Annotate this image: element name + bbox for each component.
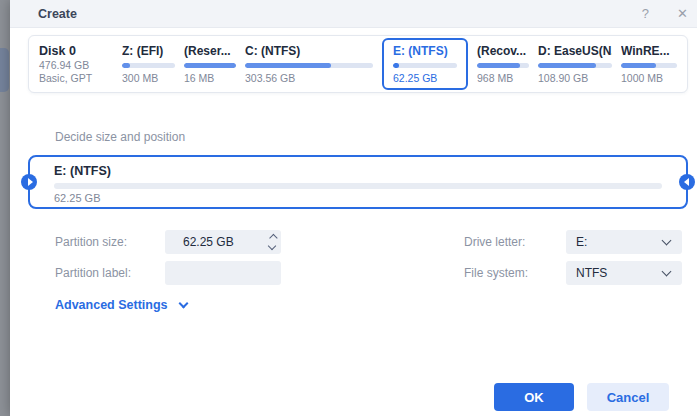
advanced-settings-label: Advanced Settings bbox=[55, 298, 168, 312]
chevron-down-icon bbox=[662, 236, 672, 246]
close-icon[interactable]: ✕ bbox=[673, 5, 692, 22]
stepper-down-icon[interactable] bbox=[268, 242, 276, 250]
partition-usage-bar bbox=[393, 63, 457, 68]
partition-usage-fill bbox=[245, 63, 331, 68]
partition-resize-box: E: (NTFS) 62.25 GB bbox=[28, 155, 688, 209]
dialog-titlebar: Create ? ✕ bbox=[10, 0, 697, 28]
partition-size: 62.25 GB bbox=[393, 72, 457, 84]
partition-reserved[interactable]: (Reser... 16 MB bbox=[184, 44, 236, 84]
partition-label: D: EaseUS(N... bbox=[538, 44, 612, 58]
partition-z-efi[interactable]: Z: (EFI) 300 MB bbox=[122, 44, 175, 84]
partition-label-field bbox=[165, 261, 281, 285]
partition-usage-fill bbox=[393, 63, 399, 68]
background-app-pill bbox=[0, 48, 9, 92]
partition-label-input[interactable] bbox=[165, 261, 281, 285]
partition-usage-bar bbox=[538, 63, 612, 68]
partition-usage-bar bbox=[621, 63, 677, 68]
partition-size-field bbox=[165, 230, 281, 254]
chevron-down-icon bbox=[178, 299, 188, 309]
titlebar-icons: ? ✕ bbox=[638, 5, 692, 22]
partition-size-input[interactable] bbox=[165, 230, 281, 254]
partition-e-ntfs-selected[interactable]: E: (NTFS) 62.25 GB bbox=[382, 38, 468, 90]
disk-map-panel: Disk 0 476.94 GB Basic, GPT Z: (EFI) 300… bbox=[28, 35, 688, 93]
partition-label: C: (NTFS) bbox=[245, 44, 373, 58]
background-app-left-edge bbox=[0, 0, 10, 416]
handle-arrow-icon bbox=[684, 178, 689, 186]
partition-size-stepper bbox=[269, 230, 275, 254]
partition-label: (Recov... bbox=[477, 44, 529, 58]
help-icon[interactable]: ? bbox=[638, 5, 653, 22]
partition-usage-fill bbox=[538, 63, 596, 68]
partition-winre[interactable]: WinRE... 1000 MB bbox=[621, 44, 677, 84]
screen: Create ? ✕ Disk 0 476.94 GB Basic, GPT Z… bbox=[0, 0, 697, 416]
disk-info[interactable]: Disk 0 476.94 GB Basic, GPT bbox=[39, 44, 113, 85]
partition-usage-fill bbox=[621, 63, 656, 68]
partition-label: Z: (EFI) bbox=[122, 44, 175, 58]
partition-recovery[interactable]: (Recov... 968 MB bbox=[477, 44, 529, 84]
partition-label: (Reser... bbox=[184, 44, 236, 58]
dialog-content: Disk 0 476.94 GB Basic, GPT Z: (EFI) 300… bbox=[10, 28, 697, 416]
disk-type: Basic, GPT bbox=[39, 72, 113, 85]
partition-usage-bar bbox=[184, 63, 236, 68]
decide-size-heading: Decide size and position bbox=[55, 130, 688, 144]
file-system-value: NTFS bbox=[576, 266, 663, 280]
partition-label: E: (NTFS) bbox=[393, 44, 457, 58]
resize-slider-track[interactable] bbox=[54, 183, 662, 189]
drive-letter-value: E: bbox=[576, 235, 663, 249]
create-dialog: Create ? ✕ Disk 0 476.94 GB Basic, GPT Z… bbox=[10, 0, 697, 416]
cancel-button[interactable]: Cancel bbox=[587, 383, 669, 411]
partition-label-label: Partition label: bbox=[55, 266, 165, 280]
file-system-select[interactable]: NTFS bbox=[566, 261, 682, 285]
partition-size: 1000 MB bbox=[621, 72, 677, 84]
partition-usage-bar bbox=[477, 63, 529, 68]
file-system-label: File system: bbox=[464, 266, 566, 280]
chevron-down-icon bbox=[662, 267, 672, 277]
resize-partition-name: E: (NTFS) bbox=[54, 164, 662, 178]
resize-handle-left[interactable] bbox=[21, 174, 37, 190]
partition-size: 968 MB bbox=[477, 72, 529, 84]
handle-arrow-icon bbox=[28, 178, 33, 186]
drive-letter-select[interactable]: E: bbox=[566, 230, 682, 254]
partition-usage-fill bbox=[122, 63, 130, 68]
partition-c-ntfs[interactable]: C: (NTFS) 303.56 GB bbox=[245, 44, 373, 84]
settings-form: Partition size: Drive letter: E: bbox=[28, 230, 688, 285]
partition-size: 300 MB bbox=[122, 72, 175, 84]
disk-size: 476.94 GB bbox=[39, 59, 113, 72]
drive-letter-label: Drive letter: bbox=[464, 235, 566, 249]
resize-partition-size: 62.25 GB bbox=[54, 192, 662, 204]
partition-size-label: Partition size: bbox=[55, 235, 165, 249]
form-row-2: Partition label: File system: NTFS bbox=[28, 261, 688, 285]
disk-name: Disk 0 bbox=[39, 44, 113, 59]
partition-d-easeus[interactable]: D: EaseUS(N... 108.90 GB bbox=[538, 44, 612, 84]
form-row-1: Partition size: Drive letter: E: bbox=[28, 230, 688, 254]
resize-handle-right[interactable] bbox=[679, 174, 695, 190]
partition-usage-fill bbox=[477, 63, 520, 68]
partition-usage-fill bbox=[184, 63, 236, 68]
dialog-footer: OK Cancel bbox=[28, 383, 688, 416]
partition-usage-bar bbox=[245, 63, 373, 68]
partition-usage-bar bbox=[122, 63, 175, 68]
dialog-title: Create bbox=[38, 7, 77, 21]
partition-label: WinRE... bbox=[621, 44, 677, 58]
partition-size: 108.90 GB bbox=[538, 72, 612, 84]
ok-button[interactable]: OK bbox=[494, 383, 574, 411]
partition-size: 303.56 GB bbox=[245, 72, 373, 84]
advanced-settings-link[interactable]: Advanced Settings bbox=[55, 298, 187, 312]
partition-size: 16 MB bbox=[184, 72, 236, 84]
